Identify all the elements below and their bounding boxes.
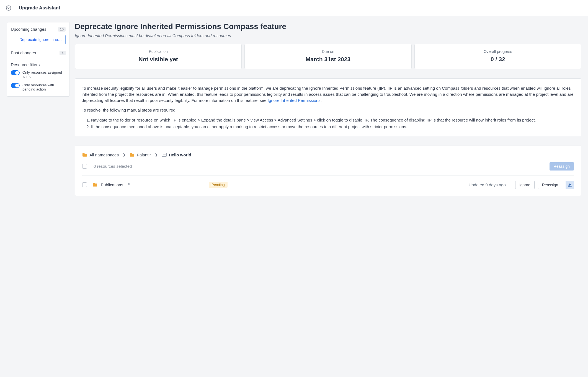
- desc-paragraph-1: To increase security legibility for all …: [82, 85, 574, 103]
- iip-link[interactable]: Ignore Inherited Permissions: [268, 98, 321, 103]
- count-badge: 16: [58, 27, 66, 32]
- filter-label: Only resources with pending action: [22, 83, 66, 91]
- chevron-right-icon: ❯: [123, 153, 126, 157]
- updated-text: Updated 9 days ago: [469, 182, 506, 187]
- select-all-checkbox[interactable]: [82, 164, 87, 169]
- open-external-icon[interactable]: [127, 182, 130, 187]
- steps-list: Navigate to the folder or resource on wh…: [91, 117, 574, 130]
- sidebar: Upcoming changes 16 Deprecate Ignore Inh…: [7, 22, 70, 97]
- main-content: Deprecate Ignore Inherited Permissions C…: [75, 22, 581, 196]
- assignees-button[interactable]: [566, 181, 574, 189]
- filters-heading: Resource filters: [7, 61, 69, 68]
- sidebar-past-changes[interactable]: Past changes 4: [11, 50, 66, 56]
- progress-card: Overall progress 0 / 32: [414, 44, 581, 69]
- status-badge: Pending: [209, 182, 228, 188]
- row-checkbox[interactable]: [82, 182, 87, 187]
- svg-point-1: [570, 184, 571, 185]
- due-card: Due on March 31st 2023: [244, 44, 411, 69]
- sidebar-label: Past changes: [11, 50, 36, 55]
- filter-mine-toggle[interactable]: [11, 70, 20, 75]
- page-title: Deprecate Ignore Inherited Permissions C…: [75, 22, 581, 31]
- sidebar-label: Upcoming changes: [11, 27, 46, 32]
- card-value: March 31st 2023: [247, 56, 408, 63]
- publication-card: Publication Not visible yet: [75, 44, 242, 69]
- card-label: Due on: [247, 49, 408, 54]
- selection-row: 0 resources selected Reassign: [82, 162, 574, 171]
- breadcrumb: All namespaces ❯ Palantir ❯ Hello world: [82, 153, 574, 157]
- folder-icon: [82, 153, 87, 157]
- folder-icon: [130, 153, 135, 157]
- description-panel: To increase security legibility for all …: [75, 78, 581, 136]
- card-value: Not visible yet: [78, 56, 239, 63]
- chevron-right-icon: ❯: [155, 153, 158, 157]
- svg-point-0: [569, 184, 570, 185]
- project-icon: [162, 153, 167, 157]
- reassign-bulk-button[interactable]: Reassign: [550, 162, 574, 171]
- crumb-all-namespaces[interactable]: All namespaces: [82, 153, 119, 157]
- card-label: Overall progress: [417, 49, 578, 54]
- reassign-button[interactable]: Reassign: [538, 181, 562, 189]
- filter-pending-toggle[interactable]: [11, 83, 20, 88]
- filter-pending-row: Only resources with pending action: [7, 81, 69, 96]
- filter-label: Only resources assigned to me: [22, 70, 66, 79]
- resource-name[interactable]: Publications: [92, 182, 203, 187]
- app-title: Upgrade Assistant: [19, 5, 60, 11]
- topbar: Upgrade Assistant: [0, 0, 588, 16]
- page-subtitle: Ignore Inherited Permissions must be dis…: [75, 33, 581, 38]
- sidebar-item-deprecate-iip[interactable]: Deprecate Ignore Inhe…: [16, 35, 66, 44]
- desc-paragraph-2: To resolve, the following manual steps a…: [82, 107, 574, 113]
- crumb-hello-world: Hello world: [162, 153, 191, 157]
- folder-icon: [92, 183, 97, 187]
- step-2: If the consequence mentioned above is un…: [91, 124, 574, 130]
- ignore-button[interactable]: Ignore: [515, 181, 535, 189]
- resource-row: Publications Pending Updated 9 days ago …: [82, 175, 574, 193]
- card-value: 0 / 32: [417, 56, 578, 63]
- crumb-palantir[interactable]: Palantir: [130, 153, 151, 157]
- sidebar-upcoming-changes[interactable]: Upcoming changes 16: [11, 26, 66, 32]
- count-badge: 4: [60, 51, 66, 55]
- filter-mine-row: Only resources assigned to me: [7, 68, 69, 81]
- resources-panel: All namespaces ❯ Palantir ❯ Hello world …: [75, 146, 581, 196]
- selection-count: 0 resources selected: [94, 164, 132, 169]
- app-logo-icon: [6, 5, 12, 11]
- card-label: Publication: [78, 49, 239, 54]
- step-1: Navigate to the folder or resource on wh…: [91, 117, 574, 123]
